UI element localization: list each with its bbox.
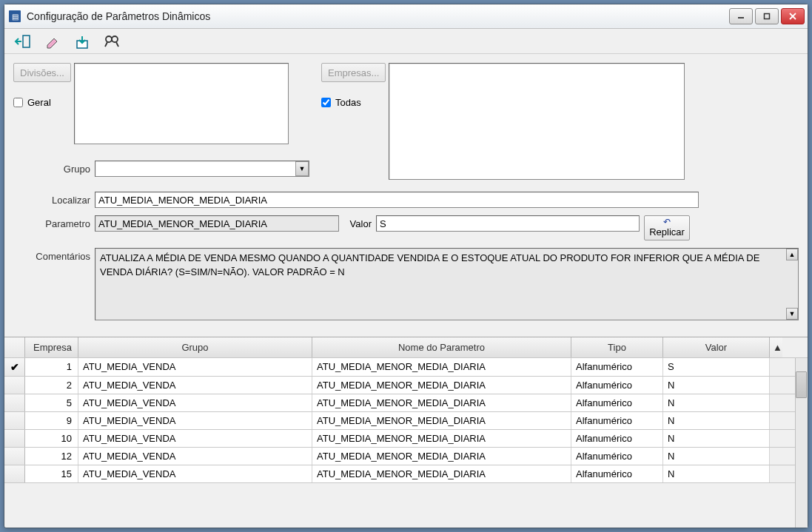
- comentarios-textarea: [95, 248, 799, 320]
- geral-checkbox-row[interactable]: Geral: [13, 97, 71, 108]
- svg-line-8: [116, 42, 118, 47]
- valor-header[interactable]: Valor: [663, 337, 770, 357]
- cell-valor: N: [663, 394, 770, 411]
- svg-point-5: [106, 36, 112, 42]
- app-icon: ▤: [9, 10, 21, 22]
- table-row[interactable]: 15ATU_MEDIA_VENDAATU_MEDIA_MENOR_MEDIA_D…: [4, 465, 808, 483]
- svg-rect-4: [23, 36, 30, 47]
- svg-rect-1: [765, 14, 770, 19]
- cell-empresa: 10: [25, 430, 78, 447]
- toolbar: [4, 29, 808, 54]
- indicator-header: [4, 337, 25, 357]
- cell-parametro: ATU_MEDIA_MENOR_MEDIA_DIARIA: [312, 358, 571, 376]
- grupo-dropdown-icon[interactable]: ▼: [295, 161, 309, 176]
- minimize-button[interactable]: [729, 8, 753, 24]
- save-button[interactable]: [67, 30, 97, 53]
- maximize-button[interactable]: [755, 8, 779, 24]
- cell-empresa: 1: [25, 358, 78, 376]
- replicar-button[interactable]: ↶ Replicar: [644, 215, 690, 240]
- row-indicator: [4, 394, 25, 411]
- row-indicator: [4, 465, 25, 482]
- geral-checkbox[interactable]: [13, 98, 23, 107]
- cell-valor: N: [663, 465, 770, 482]
- cell-parametro: ATU_MEDIA_MENOR_MEDIA_DIARIA: [312, 448, 571, 465]
- cell-grupo: ATU_MEDIA_VENDA: [78, 465, 312, 482]
- row-indicator: ✔: [4, 358, 25, 376]
- cell-tipo: Alfanumérico: [571, 377, 663, 394]
- empresas-button: Empresas...: [321, 63, 386, 82]
- localizar-label: Localizar: [13, 195, 95, 206]
- cell-tipo: Alfanumérico: [571, 448, 663, 465]
- exit-button[interactable]: [8, 30, 38, 53]
- row-indicator: [4, 430, 25, 447]
- grupo-combobox[interactable]: [95, 161, 309, 177]
- grupo-header[interactable]: Grupo: [78, 337, 312, 357]
- cell-valor: S: [663, 358, 770, 376]
- svg-line-7: [105, 42, 107, 47]
- tipo-header[interactable]: Tipo: [571, 337, 663, 357]
- comentarios-label: Comentários: [13, 248, 95, 262]
- cell-empresa: 12: [25, 448, 78, 465]
- cell-tipo: Alfanumérico: [571, 412, 663, 429]
- cell-empresa: 2: [25, 377, 78, 394]
- geral-label: Geral: [27, 97, 51, 108]
- app-window: ▤ Configuração de Parâmetros Dinâmicos: [4, 4, 808, 528]
- cell-parametro: ATU_MEDIA_MENOR_MEDIA_DIARIA: [312, 377, 571, 394]
- svg-point-6: [112, 36, 118, 42]
- divisoes-button: Divisões...: [13, 63, 71, 82]
- parametro-label: Parametro: [13, 215, 95, 229]
- parametro-header[interactable]: Nome do Parametro: [312, 337, 571, 357]
- table-row[interactable]: ✔1ATU_MEDIA_VENDAATU_MEDIA_MENOR_MEDIA_D…: [4, 358, 808, 377]
- cell-grupo: ATU_MEDIA_VENDA: [78, 394, 312, 411]
- cell-grupo: ATU_MEDIA_VENDA: [78, 448, 312, 465]
- localizar-input[interactable]: [95, 192, 699, 208]
- search-button[interactable]: [97, 30, 127, 53]
- cell-parametro: ATU_MEDIA_MENOR_MEDIA_DIARIA: [312, 465, 571, 482]
- form-area: Divisões... Geral Grupo ▼: [4, 54, 808, 337]
- table-row[interactable]: 12ATU_MEDIA_VENDAATU_MEDIA_MENOR_MEDIA_D…: [4, 448, 808, 465]
- cell-parametro: ATU_MEDIA_MENOR_MEDIA_DIARIA: [312, 430, 571, 447]
- row-indicator: [4, 412, 25, 429]
- cell-tipo: Alfanumérico: [571, 465, 663, 482]
- cell-grupo: ATU_MEDIA_VENDA: [78, 358, 312, 376]
- scroll-thumb[interactable]: [796, 371, 807, 398]
- empresas-listbox[interactable]: [389, 63, 685, 180]
- scrollbar-header: ▲: [770, 337, 782, 357]
- cell-parametro: ATU_MEDIA_MENOR_MEDIA_DIARIA: [312, 412, 571, 429]
- row-indicator: [4, 377, 25, 394]
- cell-valor: N: [663, 430, 770, 447]
- grid-body: ✔1ATU_MEDIA_VENDAATU_MEDIA_MENOR_MEDIA_D…: [4, 358, 808, 528]
- scroll-down-icon[interactable]: ▼: [786, 308, 798, 320]
- cell-empresa: 9: [25, 412, 78, 429]
- grid-scrollbar[interactable]: [795, 358, 808, 528]
- cell-tipo: Alfanumérico: [571, 394, 663, 411]
- table-row[interactable]: 5ATU_MEDIA_VENDAATU_MEDIA_MENOR_MEDIA_DI…: [4, 394, 808, 412]
- todas-checkbox[interactable]: [321, 98, 331, 107]
- close-button[interactable]: [781, 8, 805, 24]
- cell-grupo: ATU_MEDIA_VENDA: [78, 430, 312, 447]
- parametro-input: [95, 215, 339, 232]
- cell-grupo: ATU_MEDIA_VENDA: [78, 412, 312, 429]
- table-row[interactable]: 2ATU_MEDIA_VENDAATU_MEDIA_MENOR_MEDIA_DI…: [4, 377, 808, 394]
- window-controls: [729, 8, 805, 24]
- grid-header: Empresa Grupo Nome do Parametro Tipo Val…: [4, 337, 808, 358]
- table-row[interactable]: 10ATU_MEDIA_VENDAATU_MEDIA_MENOR_MEDIA_D…: [4, 430, 808, 448]
- todas-label: Todas: [335, 97, 361, 108]
- table-row[interactable]: 9ATU_MEDIA_VENDAATU_MEDIA_MENOR_MEDIA_DI…: [4, 412, 808, 430]
- window-title: Configuração de Parâmetros Dinâmicos: [27, 10, 729, 22]
- cell-parametro: ATU_MEDIA_MENOR_MEDIA_DIARIA: [312, 394, 571, 411]
- replicar-label: Replicar: [649, 227, 685, 238]
- cell-grupo: ATU_MEDIA_VENDA: [78, 377, 312, 394]
- empresa-header[interactable]: Empresa: [25, 337, 78, 357]
- row-indicator: [4, 448, 25, 465]
- erase-button[interactable]: [38, 30, 67, 53]
- cell-valor: N: [663, 448, 770, 465]
- cell-tipo: Alfanumérico: [571, 358, 663, 376]
- cell-tipo: Alfanumérico: [571, 430, 663, 447]
- todas-checkbox-row[interactable]: Todas: [321, 97, 386, 108]
- scroll-up-icon[interactable]: ▲: [786, 249, 798, 260]
- cell-valor: N: [663, 377, 770, 394]
- titlebar: ▤ Configuração de Parâmetros Dinâmicos: [4, 4, 808, 29]
- valor-input[interactable]: [376, 215, 640, 232]
- divisoes-listbox[interactable]: [74, 63, 289, 144]
